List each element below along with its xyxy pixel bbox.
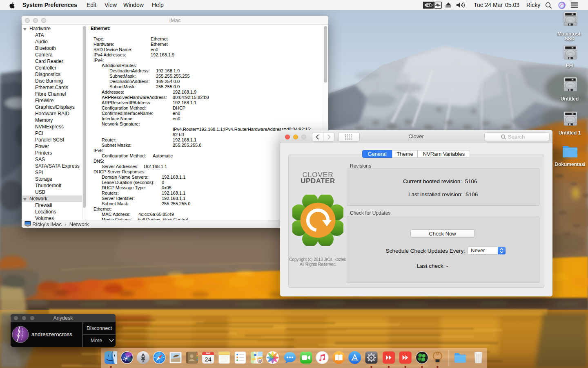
svg-text:MAR: MAR	[206, 352, 210, 355]
svg-text:24: 24	[205, 356, 212, 363]
svg-text:30: 30	[258, 360, 261, 362]
